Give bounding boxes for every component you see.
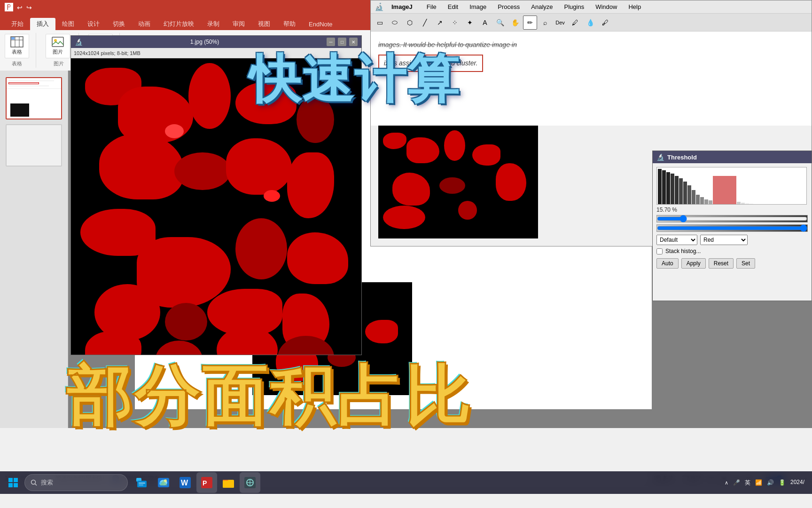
tab-slideshow[interactable]: 幻灯片放映 bbox=[157, 18, 201, 30]
taskbar-imagej-icon[interactable] bbox=[240, 472, 260, 493]
svg-rect-16 bbox=[14, 478, 18, 482]
img-dimensions: 1024x1024 pixels; 8-bit; 1MB bbox=[74, 50, 141, 56]
menu-analyze[interactable]: Analyze bbox=[529, 2, 554, 11]
tab-start[interactable]: 开始 bbox=[5, 18, 30, 30]
tab-view[interactable]: 视图 bbox=[251, 18, 277, 30]
table-button[interactable]: 表格 bbox=[5, 34, 29, 58]
tool-dev[interactable]: Dev bbox=[553, 16, 567, 30]
titlebar-left: 🅿 ↩ ↪ bbox=[5, 3, 32, 13]
svg-rect-22 bbox=[137, 481, 147, 487]
svg-rect-24 bbox=[139, 484, 143, 485]
tab-animations[interactable]: 动画 bbox=[132, 18, 157, 30]
threshold-title: Threshold bbox=[667, 154, 697, 161]
threshold-color-select[interactable]: Red Black & White bbox=[700, 235, 748, 245]
tool-rect[interactable]: ▭ bbox=[373, 16, 387, 30]
threshold-slider-lower bbox=[656, 215, 808, 222]
image-button[interactable]: 图片 bbox=[46, 34, 70, 58]
tab-record[interactable]: 录制 bbox=[201, 18, 226, 30]
quick-access-redo[interactable]: ↪ bbox=[26, 4, 32, 11]
tool-line[interactable]: ╱ bbox=[418, 16, 432, 30]
battery-icon[interactable]: 🔋 bbox=[779, 479, 786, 486]
tool-poly[interactable]: ⬡ bbox=[403, 16, 417, 30]
tool-magnifier[interactable]: 🔍 bbox=[493, 16, 507, 30]
tab-transitions[interactable]: 切换 bbox=[106, 18, 132, 30]
apply-button[interactable]: Apply bbox=[681, 258, 706, 269]
date-display: 2024/ bbox=[790, 479, 804, 486]
ppt-logo-icon: 🅿 bbox=[5, 3, 13, 13]
tab-design[interactable]: 设计 bbox=[81, 18, 106, 30]
tool-oval[interactable]: ⬭ bbox=[388, 16, 402, 30]
menu-help[interactable]: Help bbox=[626, 2, 643, 11]
taskbar-word-icon[interactable]: W bbox=[175, 472, 195, 493]
svg-rect-4 bbox=[11, 37, 15, 40]
upper-threshold-slider[interactable] bbox=[656, 224, 808, 232]
menu-window[interactable]: Window bbox=[593, 2, 619, 11]
svg-point-19 bbox=[31, 480, 36, 484]
tool-point[interactable]: ⁘ bbox=[448, 16, 462, 30]
menu-file[interactable]: File bbox=[425, 2, 438, 11]
lower-slider-input[interactable] bbox=[657, 215, 807, 222]
taskbar-browser-icon[interactable] bbox=[153, 472, 174, 493]
svg-line-20 bbox=[35, 484, 37, 486]
tab-review[interactable]: 审阅 bbox=[226, 18, 251, 30]
menu-image[interactable]: Image bbox=[468, 2, 488, 11]
wifi-icon[interactable]: 📶 bbox=[755, 479, 762, 486]
auto-button[interactable]: Auto bbox=[656, 258, 679, 269]
volume-icon[interactable]: 🔊 bbox=[767, 479, 774, 486]
taskbar-files-icon[interactable] bbox=[218, 472, 239, 493]
overlay-text-kuaisu: 快速计算 bbox=[249, 45, 460, 115]
threshold-histogram bbox=[656, 167, 807, 205]
taskbar-ppt-icon[interactable]: P bbox=[196, 472, 217, 493]
search-placeholder: 搜索 bbox=[41, 478, 53, 487]
svg-rect-17 bbox=[8, 483, 13, 487]
input-method-icon[interactable]: 英 bbox=[745, 479, 750, 487]
taskbar-search[interactable]: 搜索 bbox=[24, 474, 128, 491]
ribbon-group-table: 表格 表格 bbox=[5, 33, 36, 68]
tool-search[interactable]: ⌕ bbox=[538, 16, 552, 30]
menu-edit[interactable]: Edit bbox=[446, 2, 460, 11]
stack-histogram-label: Stack histog... bbox=[665, 248, 701, 254]
tab-draw[interactable]: 绘图 bbox=[55, 18, 81, 30]
start-button[interactable] bbox=[4, 473, 23, 492]
search-icon bbox=[31, 479, 37, 486]
ribbon-group-table-label: 表格 bbox=[12, 60, 22, 67]
lower-threshold-slider[interactable] bbox=[656, 215, 808, 222]
slide-thumb-1[interactable] bbox=[6, 77, 62, 119]
tool-text[interactable]: A bbox=[478, 16, 492, 30]
set-button[interactable]: Set bbox=[736, 258, 755, 269]
slide-panel bbox=[0, 71, 68, 428]
svg-point-29 bbox=[164, 479, 167, 482]
threshold-checkbox-row: Stack histog... bbox=[656, 248, 808, 254]
stack-histogram-checkbox[interactable] bbox=[656, 248, 663, 254]
taskbar-app-icons: W P bbox=[132, 472, 260, 493]
overlay-text-bufen: 部分面积占比 bbox=[66, 353, 472, 442]
tool-dropper[interactable]: 💧 bbox=[583, 16, 597, 30]
imagej-sub-image bbox=[378, 126, 538, 238]
menu-plugins[interactable]: Plugins bbox=[562, 2, 586, 11]
svg-point-6 bbox=[54, 39, 57, 42]
svg-rect-18 bbox=[14, 483, 18, 487]
threshold-method-select[interactable]: Default Huang Intermodes bbox=[656, 235, 697, 245]
threshold-body: 15.70 % Default Huang Intermodes Red Bla… bbox=[653, 163, 812, 272]
tool-hand[interactable]: ✋ bbox=[508, 16, 522, 30]
svg-rect-5 bbox=[52, 37, 63, 47]
quick-access-undo[interactable]: ↩ bbox=[17, 4, 23, 11]
mic-icon[interactable]: 🎤 bbox=[733, 479, 740, 486]
tool-arrow[interactable]: ↗ bbox=[433, 16, 447, 30]
upper-slider-input[interactable] bbox=[657, 225, 807, 231]
tab-insert[interactable]: 插入 bbox=[30, 18, 55, 30]
slide-thumb-2[interactable] bbox=[6, 124, 62, 167]
svg-text:W: W bbox=[181, 479, 188, 487]
tool-dropper2[interactable]: 🖋 bbox=[598, 16, 612, 30]
threshold-titlebar: 🔬 Threshold bbox=[653, 151, 812, 163]
tool-pencil2[interactable]: 🖊 bbox=[568, 16, 582, 30]
tab-endnote[interactable]: EndNote bbox=[302, 18, 339, 30]
system-tray-chevron[interactable]: ∧ bbox=[725, 480, 728, 486]
tool-pen[interactable]: ✏ bbox=[523, 16, 537, 30]
reset-button[interactable]: Reset bbox=[709, 258, 734, 269]
tool-wand[interactable]: ✦ bbox=[463, 16, 477, 30]
tab-help[interactable]: 帮助 bbox=[277, 18, 302, 30]
imagej-toolbar: ▭ ⬭ ⬡ ╱ ↗ ⁘ ✦ A 🔍 ✋ ✏ ⌕ Dev 🖊 💧 🖋 bbox=[371, 14, 812, 32]
menu-process[interactable]: Process bbox=[496, 2, 522, 11]
taskbar-widget-icon[interactable] bbox=[132, 472, 152, 493]
